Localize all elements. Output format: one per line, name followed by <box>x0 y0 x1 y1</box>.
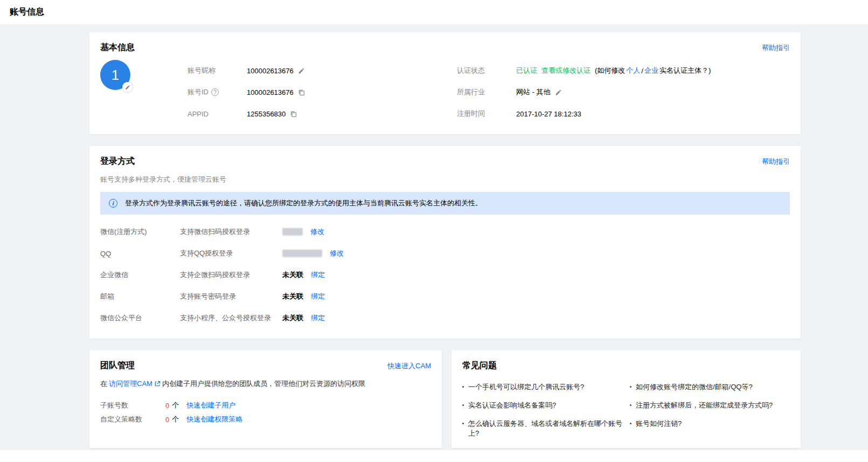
basic-info-card: 基本信息 帮助指引 1 账号昵称 100002613676 <box>89 32 801 134</box>
login-method-desc: 支持QQ授权登录 <box>180 249 282 258</box>
avatar-text: 1 <box>112 67 119 84</box>
custom-policies-row: 自定义策略数 0 个 快速创建权限策略 <box>100 412 431 426</box>
login-method-name: 微信公众平台 <box>100 313 180 323</box>
login-notice-text: 登录方式作为登录腾讯云账号的途径，请确认您所绑定的登录方式的使用主体与当前腾讯云… <box>125 198 482 208</box>
login-row-email: 邮箱 支持账号密码登录 未关联 绑定 <box>100 286 790 307</box>
custom-policies-count: 0 <box>165 416 169 424</box>
industry-row: 所属行业 网站 - 其他 <box>457 81 790 103</box>
faq-item: 一个手机号可以绑定几个腾讯云账号? <box>462 382 622 392</box>
bind-email-link[interactable]: 绑定 <box>311 292 325 301</box>
modify-qq-link[interactable]: 修改 <box>330 249 344 258</box>
avatar-wrap: 1 <box>100 60 188 125</box>
account-id-row: 账号ID ? 100002613676 <box>188 81 457 103</box>
team-desc-prefix: 在 <box>100 379 107 389</box>
bullet-dot <box>462 404 464 406</box>
login-method-status: 未关联 <box>282 313 303 323</box>
account-id-help-icon[interactable]: ? <box>211 88 219 96</box>
login-method-desc: 支持小程序、公众号授权登录 <box>180 313 282 323</box>
auth-slash: / <box>641 67 643 75</box>
team-desc: 在 访问管理CAM 内创建子用户提供给您的团队成员，管理他们对云资源的访问权限 <box>100 379 431 389</box>
bottom-row: 团队管理 快速进入CAM 在 访问管理CAM 内创建子用户提供给您的团队成员，管… <box>89 350 868 448</box>
login-row-qq: QQ 支持QQ授权登录 修改 <box>100 243 790 264</box>
faq-item: 怎么确认云服务器、域名或者域名解析在哪个账号上? <box>462 419 622 438</box>
page-header: 账号信息 <box>0 0 868 24</box>
external-link-icon[interactable] <box>154 381 161 387</box>
faq-link[interactable]: 注册方式被解绑后，还能绑定成登录方式吗? <box>636 401 773 410</box>
login-method-name: 企业微信 <box>100 270 180 280</box>
login-methods-title: 登录方式 <box>100 156 135 167</box>
page-title: 账号信息 <box>10 6 44 18</box>
team-header: 团队管理 快速进入CAM <box>100 360 431 371</box>
account-id-value: 100002613676 <box>247 88 294 96</box>
login-notice-banner: i 登录方式作为登录腾讯云账号的途径，请确认您所绑定的登录方式的使用主体与当前腾… <box>100 192 790 215</box>
auth-status-row: 认证状态 已认证 查看或修改认证 (如何修改个人/企业实名认证主体？) <box>457 60 790 81</box>
enter-cam-link[interactable]: 快速进入CAM <box>387 361 431 371</box>
login-method-desc: 支持微信扫码授权登录 <box>180 227 282 237</box>
content-area: 基本信息 帮助指引 1 账号昵称 100002613676 <box>0 24 868 450</box>
faq-link[interactable]: 一个手机号可以绑定几个腾讯云账号? <box>468 382 584 392</box>
basic-info-title: 基本信息 <box>100 42 135 53</box>
masked-qq-value <box>282 250 322 257</box>
bullet-dot <box>462 423 464 424</box>
masked-wechat-value <box>282 228 303 236</box>
faq-item: 注册方式被解绑后，还能绑定成登录方式吗? <box>630 401 790 410</box>
team-stats: 子账号数 0 个 快速创建子用户 自定义策略数 0 个 快速创建权限策略 <box>100 398 431 426</box>
faq-item: 账号如何注销? <box>630 419 790 429</box>
nickname-row: 账号昵称 100002613676 <box>188 60 457 81</box>
cam-inline-link[interactable]: 访问管理CAM <box>109 379 152 389</box>
basic-help-link[interactable]: 帮助指引 <box>762 43 790 53</box>
copy-appid-icon[interactable] <box>290 111 297 118</box>
login-method-name: 微信(注册方式) <box>100 227 180 237</box>
login-rows: 微信(注册方式) 支持微信扫码授权登录 修改 QQ 支持QQ授权登录 修改 <box>100 221 790 329</box>
appid-label: APPID <box>188 110 247 118</box>
auth-modify-link[interactable]: 查看或修改认证 <box>541 66 591 75</box>
login-help-link[interactable]: 帮助指引 <box>762 157 790 167</box>
create-policy-link[interactable]: 快速创建权限策略 <box>186 415 242 424</box>
faq-link[interactable]: 如何修改账号绑定的微信/邮箱/QQ等? <box>636 382 753 392</box>
bullet-dot <box>630 423 631 424</box>
appid-row: APPID 1255356830 <box>188 103 457 125</box>
auth-status-value: 已认证 <box>516 66 537 75</box>
edit-nickname-icon[interactable] <box>298 67 305 74</box>
create-sub-user-link[interactable]: 快速创建子用户 <box>186 401 235 410</box>
sub-accounts-unit: 个 <box>172 401 179 410</box>
auth-hint-suffix: 实名认证主体？) <box>659 66 711 75</box>
industry-label: 所属行业 <box>457 87 516 97</box>
register-time-value: 2017-10-27 18:12:33 <box>516 110 581 118</box>
faq-header: 常见问题 <box>462 360 790 371</box>
bullet-dot <box>630 386 631 388</box>
login-method-status: 未关联 <box>282 292 303 301</box>
team-title: 团队管理 <box>100 360 135 371</box>
faq-link[interactable]: 实名认证会影响域名备案吗? <box>468 401 556 410</box>
faq-item: 如何修改账号绑定的微信/邮箱/QQ等? <box>630 382 790 392</box>
bind-wechat-official-link[interactable]: 绑定 <box>311 313 325 323</box>
faq-item: 实名认证会影响域名备案吗? <box>462 401 622 410</box>
appid-value: 1255356830 <box>247 110 286 118</box>
modify-wechat-link[interactable]: 修改 <box>310 227 324 237</box>
auth-enterprise-link[interactable]: 企业 <box>644 66 658 75</box>
auth-status-label: 认证状态 <box>457 66 516 75</box>
avatar-edit-icon[interactable] <box>122 82 133 92</box>
sub-accounts-row: 子账号数 0 个 快速创建子用户 <box>100 398 431 412</box>
edit-industry-icon[interactable] <box>555 89 562 96</box>
login-methods-card: 登录方式 帮助指引 账号支持多种登录方式，便捷管理云账号 i 登录方式作为登录腾… <box>89 146 801 339</box>
copy-account-id-icon[interactable] <box>298 89 305 96</box>
bullet-dot <box>630 404 631 406</box>
auth-personal-link[interactable]: 个人 <box>626 66 640 75</box>
faq-link[interactable]: 账号如何注销? <box>636 419 682 429</box>
faq-columns: 一个手机号可以绑定几个腾讯云账号? 实名认证会影响域名备案吗? 怎么确认云服务器… <box>462 382 790 438</box>
sub-accounts-label: 子账号数 <box>100 401 165 410</box>
sub-accounts-count: 0 <box>165 402 169 410</box>
team-management-card: 团队管理 快速进入CAM 在 访问管理CAM 内创建子用户提供给您的团队成员，管… <box>89 350 442 448</box>
faq-link[interactable]: 怎么确认云服务器、域名或者域名解析在哪个账号上? <box>468 419 622 438</box>
faq-title: 常见问题 <box>462 360 497 371</box>
login-row-wechat-official: 微信公众平台 支持小程序、公众号授权登录 未关联 绑定 <box>100 307 790 329</box>
login-row-wecom: 企业微信 支持企微扫码授权登录 未关联 绑定 <box>100 264 790 286</box>
account-id-label: 账号ID <box>188 87 209 97</box>
register-time-row: 注册时间 2017-10-27 18:12:33 <box>457 103 790 125</box>
industry-value: 网站 - 其他 <box>516 87 551 97</box>
login-method-desc: 支持企微扫码授权登录 <box>180 270 282 280</box>
bind-wecom-link[interactable]: 绑定 <box>311 270 325 280</box>
custom-policies-unit: 个 <box>172 415 179 424</box>
info-icon: i <box>109 199 117 208</box>
